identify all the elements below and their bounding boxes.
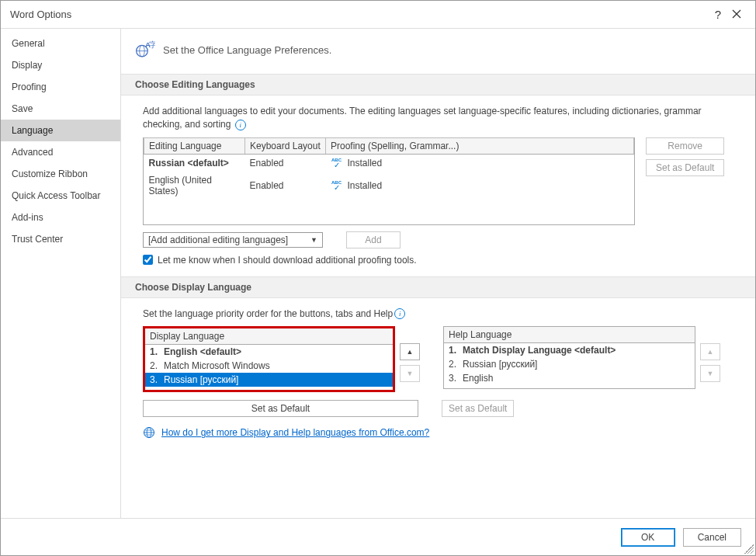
move-down-button[interactable]: ▼ — [400, 365, 420, 382]
info-icon[interactable]: i — [394, 308, 405, 319]
resize-grip[interactable] — [744, 544, 754, 554]
notify-download-checkbox[interactable] — [143, 255, 153, 265]
language-icon: A 字 — [135, 40, 155, 60]
move-down-button[interactable]: ▼ — [700, 365, 720, 382]
word-options-dialog: Word Options ? General Display Proofing … — [0, 0, 756, 556]
sidebar-item-language[interactable]: Language — [1, 120, 120, 141]
list-item[interactable]: 1.English <default> — [145, 345, 393, 359]
set-default-help-button[interactable]: Set as Default — [442, 400, 514, 417]
chevron-down-icon: ▼ — [310, 236, 317, 244]
add-language-dropdown[interactable]: [Add additional editing languages] ▼ — [143, 232, 323, 248]
bottom-bar: OK Cancel — [1, 518, 755, 555]
sidebar-item-save[interactable]: Save — [1, 98, 120, 120]
spellcheck-icon: ABC✓ — [331, 180, 343, 191]
dialog-title: Word Options — [10, 9, 709, 20]
info-icon[interactable]: i — [235, 120, 246, 130]
col-proofing[interactable]: Proofing (Spelling, Grammar...) — [326, 137, 634, 154]
set-default-button[interactable]: Set as Default — [646, 159, 724, 176]
ok-button[interactable]: OK — [621, 528, 675, 547]
set-default-display-button[interactable]: Set as Default — [143, 400, 418, 417]
display-language-header: Display Language — [145, 328, 393, 345]
section-editing-header: Choose Editing Languages — [121, 74, 755, 96]
add-button[interactable]: Add — [346, 231, 401, 248]
sidebar-item-addins[interactable]: Add-ins — [1, 207, 120, 228]
sidebar-item-trust-center[interactable]: Trust Center — [1, 228, 120, 250]
sidebar-item-general[interactable]: General — [1, 33, 120, 54]
col-keyboard-layout[interactable]: Keyboard Layout — [245, 137, 326, 154]
list-item[interactable]: 3.Russian [русский] — [145, 373, 393, 387]
remove-button[interactable]: Remove — [646, 137, 724, 155]
col-editing-language[interactable]: Editing Language — [144, 137, 245, 154]
editing-language-table[interactable]: Editing Language Keyboard Layout Proofin… — [143, 137, 635, 225]
list-item[interactable]: 3.English — [444, 371, 695, 385]
table-row[interactable]: Russian <default> Enabled ABC✓Installed — [144, 154, 634, 172]
globe-icon — [143, 426, 155, 439]
cancel-button[interactable]: Cancel — [683, 528, 741, 547]
sidebar-item-customize-ribbon[interactable]: Customize Ribbon — [1, 163, 120, 185]
spellcheck-icon: ABC✓ — [331, 158, 343, 169]
help-button[interactable]: ? — [709, 8, 727, 21]
titlebar: Word Options ? — [1, 1, 755, 28]
help-language-listbox[interactable]: Help Language 1.Match Display Language <… — [443, 326, 695, 389]
more-languages-link[interactable]: How do I get more Display and Help langu… — [161, 427, 429, 438]
sidebar-item-proofing[interactable]: Proofing — [1, 76, 120, 98]
notify-download-label: Let me know when I should download addit… — [158, 255, 417, 266]
sidebar-item-advanced[interactable]: Advanced — [1, 141, 120, 163]
section-display-header: Choose Display Language — [121, 276, 755, 298]
sidebar: General Display Proofing Save Language A… — [1, 29, 121, 518]
move-up-button[interactable]: ▲ — [400, 343, 420, 360]
editing-desc: Add additional languages to edit your do… — [143, 105, 741, 131]
list-item[interactable]: 2.Match Microsoft Windows — [145, 359, 393, 373]
help-language-header: Help Language — [444, 327, 695, 343]
display-language-listbox[interactable]: Display Language 1.English <default> 2.M… — [143, 326, 395, 392]
display-desc: Set the language priority order for the … — [143, 308, 741, 321]
close-button[interactable] — [727, 9, 746, 21]
sidebar-item-quick-access[interactable]: Quick Access Toolbar — [1, 185, 120, 207]
table-row[interactable]: English (United States) Enabled ABC✓Inst… — [144, 172, 634, 200]
page-header: Set the Office Language Preferences. — [163, 44, 331, 56]
list-item[interactable]: 2.Russian [русский] — [444, 357, 695, 371]
svg-text:字: 字 — [149, 40, 155, 49]
sidebar-item-display[interactable]: Display — [1, 54, 120, 76]
list-item[interactable]: 1.Match Display Language <default> — [444, 343, 695, 357]
move-up-button[interactable]: ▲ — [700, 343, 720, 360]
main-panel: A 字 Set the Office Language Preferences.… — [121, 29, 755, 518]
